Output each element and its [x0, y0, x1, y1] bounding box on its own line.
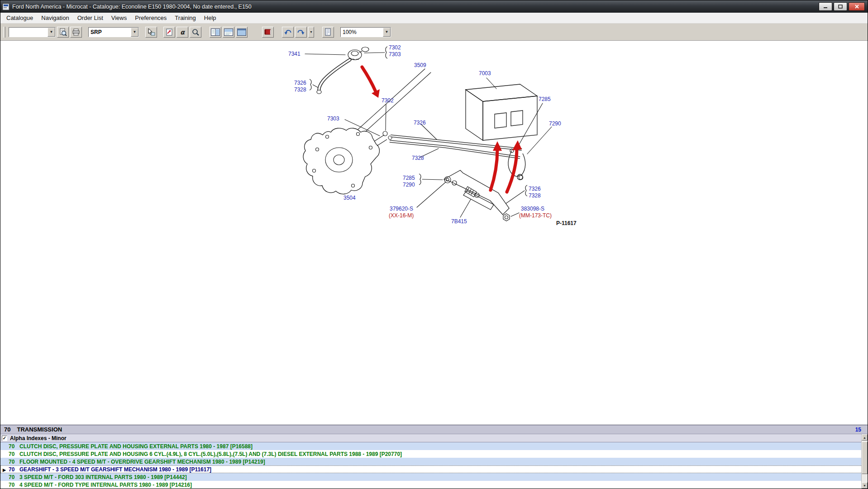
row-section-code: 70 [9, 474, 19, 480]
title-bar: Ford North America - Microcat - Catalogu… [0, 0, 868, 13]
order-book-icon [264, 29, 272, 36]
part-callouts-layer: 7341730273033509700373267328730273037326… [0, 41, 868, 425]
row-marker-gutter [0, 466, 9, 473]
scroll-up-button[interactable]: ▲ [862, 434, 868, 441]
part-callout[interactable]: 3504 [343, 195, 356, 201]
part-callout[interactable]: (XX-16-M) [389, 212, 414, 219]
menu-item[interactable]: Navigation [37, 13, 73, 23]
zoom-combo-value: 100% [341, 28, 383, 37]
maximize-button[interactable] [834, 2, 847, 11]
window-controls [819, 2, 866, 11]
index-row[interactable]: 70 GEARSHIFT - 3 SPEED M/T GEARSHIFT MEC… [0, 465, 868, 473]
image-view-button[interactable] [223, 27, 234, 38]
window-title: Ford North America - Microcat - Catalogu… [12, 4, 252, 10]
index-row[interactable]: 70 4 SPEED M/T - FORD TYPE INTERNAL PART… [0, 481, 868, 489]
pointer-tool-button[interactable] [145, 27, 157, 38]
vertical-scrollbar[interactable]: ▲ ▼ [861, 434, 868, 489]
print-button[interactable] [70, 27, 82, 38]
order-book-button[interactable] [262, 27, 274, 38]
redo-button[interactable] [295, 27, 307, 38]
undo-button[interactable] [282, 27, 294, 38]
part-callout[interactable]: 7290 [549, 120, 561, 127]
part-callout[interactable]: 7326 [529, 186, 541, 192]
graphical-index-button[interactable] [163, 27, 175, 38]
search-button[interactable] [190, 27, 201, 38]
image-view-icon [224, 29, 233, 36]
minimize-icon [823, 5, 828, 9]
index-row[interactable]: 70 CLUTCH DISC, PRESSURE PLATE AND HOUSI… [0, 442, 868, 450]
report-button[interactable] [322, 27, 334, 38]
part-callout[interactable]: 7303 [389, 51, 401, 58]
part-callout[interactable]: 7341 [288, 51, 300, 57]
row-title: 3 SPEED M/T - FORD 303 INTERNAL PARTS 19… [19, 474, 187, 480]
part-callout[interactable]: 7285 [539, 96, 551, 102]
row-title: 4 SPEED M/T - FORD TYPE INTERNAL PARTS 1… [19, 482, 192, 488]
scroll-down-button[interactable]: ▼ [862, 482, 868, 489]
index-panel: 70 TRANSMISSION 15 ✓ Alpha Indexes - Min… [0, 425, 868, 489]
menu-item[interactable]: Training [171, 13, 200, 23]
print-preview-button[interactable] [57, 27, 69, 38]
search-icon [191, 28, 200, 36]
part-callout[interactable]: (MM-173-TC) [519, 212, 552, 219]
menu-item[interactable]: Preferences [131, 13, 171, 23]
undo-icon [284, 29, 292, 36]
toolbar-gripper[interactable] [3, 27, 5, 38]
menu-item[interactable]: Views [107, 13, 131, 23]
item-count: 15 [855, 427, 861, 433]
alpha-index-checkbox[interactable]: ✓ [2, 436, 7, 441]
scroll-track[interactable] [862, 441, 868, 482]
alpha-index-button[interactable]: α [176, 27, 188, 38]
report-icon [324, 28, 332, 36]
part-callout[interactable]: 7302 [382, 97, 394, 104]
pointer-icon [147, 28, 155, 36]
part-callout[interactable]: 7326 [414, 120, 426, 126]
close-button[interactable] [849, 2, 865, 11]
menu-item[interactable]: Catalogue [2, 13, 37, 23]
part-callout[interactable]: 7B415 [451, 218, 467, 225]
list-view-button[interactable] [236, 27, 248, 38]
price-level-combo[interactable]: SRP ▼ [88, 27, 139, 37]
app-icon [2, 3, 10, 10]
part-callout[interactable]: 7302 [389, 44, 401, 51]
redo-dropdown-button[interactable]: ▼ [308, 27, 314, 38]
row-section-code: 70 [9, 459, 19, 465]
split-view-button[interactable] [210, 27, 221, 38]
index-row[interactable]: 70 CLUTCH DISC, PRESSURE PLATE AND HOUSI… [0, 450, 868, 458]
part-callout[interactable]: 7290 [403, 182, 415, 188]
part-callout[interactable]: P-11617 [556, 220, 577, 226]
graphical-index-icon [165, 28, 173, 36]
chevron-down-icon[interactable]: ▼ [383, 28, 391, 37]
part-callout[interactable]: 383098-S [521, 206, 544, 212]
section-header: 70 TRANSMISSION 15 [0, 425, 868, 434]
alpha-index-filter-row[interactable]: ✓ Alpha Indexes - Minor [0, 434, 868, 442]
list-view-icon [237, 29, 246, 36]
zoom-combo[interactable]: 100% ▼ [340, 27, 391, 37]
part-callout[interactable]: 7328 [529, 192, 541, 199]
part-callout[interactable]: 7328 [294, 86, 306, 93]
minimize-button[interactable] [819, 2, 832, 11]
part-callout[interactable]: 7326 [294, 80, 306, 86]
part-callout[interactable]: 7285 [403, 175, 415, 181]
row-title: GEARSHIFT - 3 SPEED M/T GEARSHIFT MECHAN… [19, 466, 211, 473]
menu-item[interactable]: Help [200, 13, 220, 23]
index-row[interactable]: 70 3 SPEED M/T - FORD 303 INTERNAL PARTS… [0, 473, 868, 481]
menu-item[interactable]: Order List [73, 13, 107, 23]
part-callout[interactable]: 3509 [414, 62, 426, 68]
part-callout[interactable]: 7303 [327, 115, 339, 122]
index-row[interactable]: 70 FLOOR MOUNTED - 4 SPEED M/T - OVERDRI… [0, 458, 868, 465]
row-section-code: 70 [9, 451, 19, 457]
part-callout[interactable]: 7003 [479, 70, 491, 77]
chevron-down-icon[interactable]: ▼ [131, 28, 138, 37]
section-code: 70 [4, 426, 10, 433]
part-callout[interactable]: 379620-S [390, 206, 413, 212]
vehicle-combo[interactable]: ▼ [9, 27, 56, 37]
filter-label: Alpha Indexes - Minor [10, 435, 67, 441]
chevron-down-icon[interactable]: ▼ [48, 28, 55, 37]
diagram-viewport[interactable]: 7341730273033509700373267328730273037326… [0, 41, 868, 425]
scroll-thumb[interactable] [862, 441, 868, 474]
close-icon [855, 5, 859, 9]
row-title: FLOOR MOUNTED - 4 SPEED M/T - OVERDRIVE … [19, 459, 265, 465]
menu-bar: CatalogueNavigationOrder ListViewsPrefer… [0, 13, 868, 24]
price-level-value: SRP [89, 28, 131, 37]
part-callout[interactable]: 7328 [412, 155, 424, 161]
